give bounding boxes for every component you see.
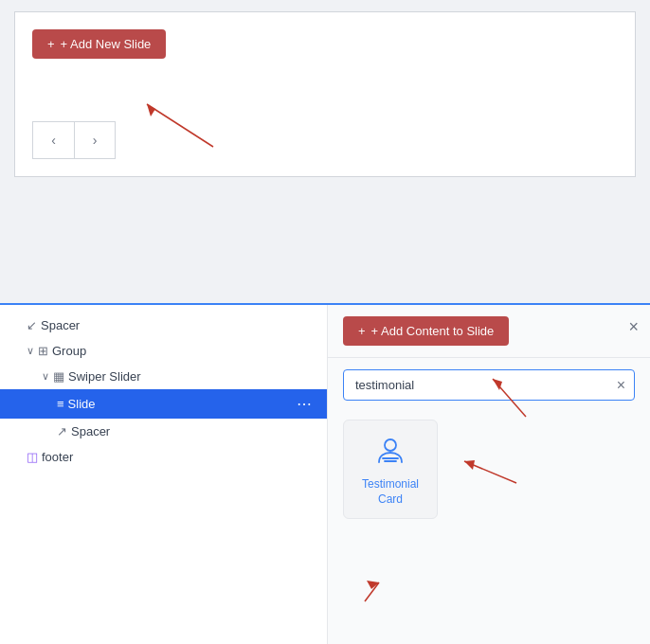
testimonial-card-label: Testimonial Card xyxy=(353,477,427,507)
group-icon: ⊞ xyxy=(38,344,48,358)
add-content-bar: + + Add Content to Slide × xyxy=(328,305,650,358)
prev-icon: ‹ xyxy=(51,133,56,148)
sidebar-item-spacer2[interactable]: ↗ Spacer xyxy=(0,419,327,444)
swiper-icon: ▦ xyxy=(53,369,64,384)
sidebar-item-slide[interactable]: ≡ Slide ⋯ xyxy=(0,389,327,419)
sidebar-item-group[interactable]: ∨ ⊞ Group xyxy=(0,338,327,364)
sidebar-item-spacer1[interactable]: ↙ Spacer xyxy=(0,313,327,338)
sidebar-item-label: Spacer xyxy=(71,424,110,438)
footer-icon: ◫ xyxy=(27,450,38,464)
clear-icon: × xyxy=(617,377,625,393)
more-options-button[interactable]: ⋯ xyxy=(293,395,316,413)
close-icon: × xyxy=(628,317,639,336)
resize-icon: ↗ xyxy=(57,424,67,438)
chevron-down-icon: ∨ xyxy=(42,370,49,383)
slide-canvas: + + Add New Slide ‹ › xyxy=(14,11,636,177)
bottom-panel: ↙ Spacer ∨ ⊞ Group ∨ ▦ Swiper Slider ≡ S… xyxy=(0,305,650,644)
content-picker-panel: + + Add Content to Slide × × xyxy=(328,305,650,644)
add-new-slide-button[interactable]: + + Add New Slide xyxy=(32,29,166,59)
sidebar-item-label: Slide xyxy=(68,397,96,411)
plus-icon: + xyxy=(47,37,55,51)
slide-editor-panel: + + Add New Slide ‹ › xyxy=(0,11,650,305)
resize-icon: ↙ xyxy=(27,318,37,332)
chevron-down-icon: ∨ xyxy=(27,345,34,357)
add-new-slide-label: + Add New Slide xyxy=(61,37,152,51)
next-icon: › xyxy=(93,133,98,148)
next-slide-button[interactable]: › xyxy=(74,121,116,159)
prev-slide-button[interactable]: ‹ xyxy=(32,121,74,159)
plus-icon: + xyxy=(358,324,366,338)
sidebar-item-label: footer xyxy=(42,450,73,464)
sidebar-item-label: Swiper Slider xyxy=(68,369,141,384)
sidebar-item-label: Spacer xyxy=(41,318,80,332)
search-clear-button[interactable]: × xyxy=(617,377,625,394)
testimonial-card[interactable]: Testimonial Card xyxy=(343,420,438,519)
svg-point-0 xyxy=(385,439,396,451)
add-content-button[interactable]: + + Add Content to Slide xyxy=(343,316,509,346)
content-cards-grid: Testimonial Card xyxy=(328,412,650,527)
element-tree: ↙ Spacer ∨ ⊞ Group ∨ ▦ Swiper Slider ≡ S… xyxy=(0,305,328,644)
sidebar-item-footer[interactable]: ◫ footer xyxy=(0,444,327,470)
sidebar-item-swiper[interactable]: ∨ ▦ Swiper Slider xyxy=(0,364,327,389)
search-input[interactable] xyxy=(343,369,635,401)
slide-icon: ≡ xyxy=(57,397,64,411)
search-row: × xyxy=(328,358,650,412)
close-button[interactable]: × xyxy=(628,318,639,335)
add-content-label: + Add Content to Slide xyxy=(371,324,495,338)
testimonial-card-icon xyxy=(371,432,409,470)
sidebar-item-label: Group xyxy=(52,344,86,358)
slide-navigation: ‹ › xyxy=(32,121,116,159)
